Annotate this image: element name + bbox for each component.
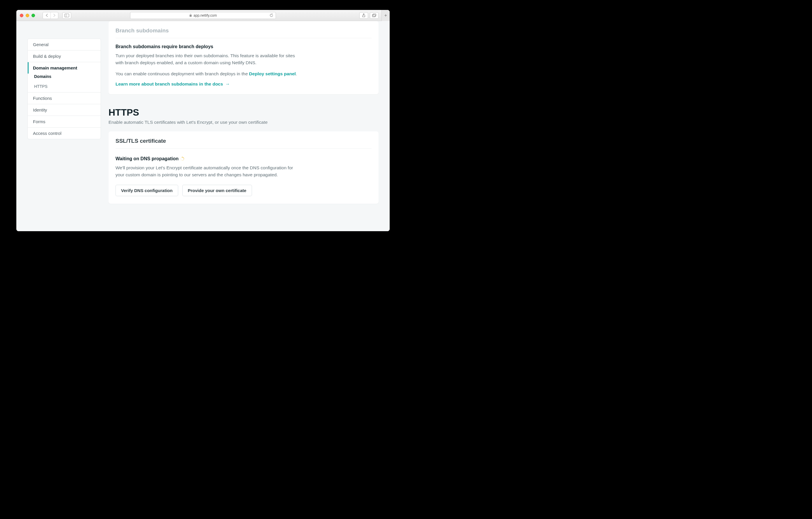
sidebar-item-access-control[interactable]: Access control [28, 128, 100, 139]
sidebar-item-label: Identity [33, 107, 47, 112]
window-controls [20, 14, 35, 17]
svg-point-11 [180, 159, 181, 159]
page-content: General Build & deploy Domain management… [16, 21, 390, 231]
reload-button[interactable] [269, 13, 273, 17]
ssl-tls-card: SSL/TLS certificate Waiting on DNS propa… [109, 131, 379, 204]
svg-rect-0 [65, 14, 69, 17]
sidebar-toggle-button[interactable] [62, 12, 71, 19]
sidebar-item-label: Functions [33, 96, 52, 101]
sidebar-item-label: Access control [33, 131, 62, 136]
sidebar-nav: General Build & deploy Domain management… [27, 38, 101, 139]
branch-subdomains-card: Branch subdomains Branch subdomains requ… [109, 21, 379, 94]
ssl-status: Waiting on DNS propagation [116, 156, 372, 161]
url-host: app.netlify.com [194, 13, 217, 18]
svg-point-5 [182, 157, 183, 158]
browser-titlebar: app.netlify.com + [16, 10, 390, 21]
share-button[interactable] [359, 12, 368, 19]
sidebar-subitem-label: HTTPS [34, 84, 48, 89]
svg-rect-2 [190, 15, 192, 17]
card-text-2-pre: You can enable continuous deployment wit… [116, 71, 249, 76]
ssl-card-title: SSL/TLS certificate [116, 138, 372, 148]
svg-point-8 [183, 160, 184, 160]
svg-rect-4 [373, 14, 376, 16]
close-window-button[interactable] [20, 14, 23, 17]
minimize-window-button[interactable] [26, 14, 29, 17]
maximize-window-button[interactable] [31, 14, 35, 17]
learn-more-link[interactable]: Learn more about branch subdomains in th… [116, 81, 230, 87]
card-muted-title: Branch subdomains [116, 27, 372, 38]
sidebar-item-label: General [33, 42, 49, 47]
https-heading: HTTPS [109, 107, 379, 118]
tabs-button[interactable] [370, 12, 379, 19]
sidebar: General Build & deploy Domain management… [27, 38, 101, 220]
svg-point-12 [181, 158, 181, 158]
new-tab-button[interactable]: + [381, 10, 390, 21]
url-bar[interactable]: app.netlify.com [130, 12, 276, 19]
ssl-button-row: Verify DNS configuration Provide your ow… [116, 185, 372, 196]
arrow-right-icon: → [226, 81, 230, 87]
sidebar-item-label: Forms [33, 119, 46, 124]
svg-point-7 [184, 159, 184, 159]
sidebar-subgroup-domain: Domains HTTPS [28, 74, 100, 92]
browser-window: app.netlify.com + General Build & deploy [16, 10, 390, 231]
provide-certificate-button[interactable]: Provide your own certificate [182, 185, 252, 196]
sidebar-item-build-deploy[interactable]: Build & deploy [28, 51, 100, 62]
sidebar-subitem-label: Domains [34, 74, 51, 79]
card-strong-title: Branch subdomains require branch deploys [116, 44, 372, 49]
sidebar-item-general[interactable]: General [28, 39, 100, 51]
card-text-2: You can enable continuous deployment wit… [116, 70, 302, 77]
spinner-icon [180, 157, 184, 161]
svg-point-9 [182, 160, 182, 161]
card-text-2-post: . [296, 71, 297, 76]
sidebar-item-domain-management[interactable]: Domain management [28, 62, 100, 74]
sidebar-subitem-domains[interactable]: Domains [28, 74, 100, 81]
learn-more-label: Learn more about branch subdomains in th… [116, 81, 223, 87]
ssl-desc: We'll provision your Let's Encrypt certi… [116, 164, 302, 179]
svg-point-10 [181, 160, 181, 160]
sidebar-item-label: Domain management [33, 65, 77, 70]
svg-point-6 [183, 157, 184, 158]
titlebar-right: + [359, 12, 386, 19]
sidebar-item-forms[interactable]: Forms [28, 116, 100, 128]
lock-icon [189, 14, 192, 17]
ssl-status-label: Waiting on DNS propagation [116, 156, 178, 161]
deploy-settings-panel-link[interactable]: Deploy settings panel [249, 71, 296, 76]
sidebar-subitem-https[interactable]: HTTPS [28, 81, 100, 92]
main-content: Branch subdomains Branch subdomains requ… [109, 21, 379, 220]
forward-button[interactable] [51, 12, 58, 19]
sidebar-item-identity[interactable]: Identity [28, 104, 100, 116]
sidebar-item-label: Build & deploy [33, 54, 61, 59]
back-button[interactable] [43, 12, 51, 19]
nav-buttons [42, 12, 58, 19]
svg-rect-3 [373, 15, 375, 17]
sidebar-item-functions[interactable]: Functions [28, 92, 100, 104]
verify-dns-button[interactable]: Verify DNS configuration [116, 185, 178, 196]
card-text-1: Turn your deployed branches into their o… [116, 52, 302, 66]
https-subheading: Enable automatic TLS certificates with L… [109, 120, 379, 125]
